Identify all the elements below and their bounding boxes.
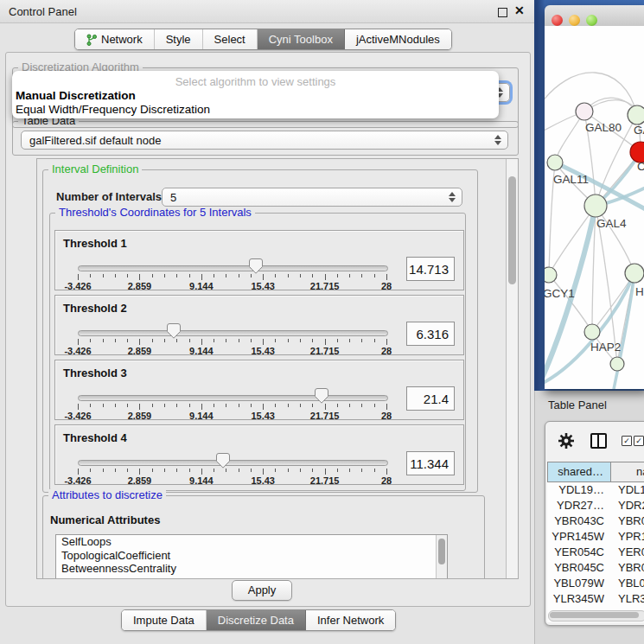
slider-tick-labels: -3.4262.8599.14415.4321.71528 <box>78 411 386 420</box>
node-label-hap2: HAP2 <box>590 341 621 354</box>
table-data-selected-value: galFiltered.sif default node <box>29 134 161 147</box>
network-graph[interactable]: GAL80GACGAL11GAL4GCY1HHAP2 <box>545 26 644 389</box>
table-row-ybr043c[interactable]: YBR043CYBR0 <box>547 513 644 529</box>
table-data-combobox[interactable]: galFiltered.sif default node <box>21 131 508 150</box>
algorithm-dropdown-popup: Select algorithm to view settings Manual… <box>12 71 499 118</box>
screen: Control Panel ✕ NetworkStyleSelectCyni T… <box>0 0 644 644</box>
threshold-value-field[interactable]: 21.4 <box>406 386 455 411</box>
slider-track[interactable] <box>78 330 388 336</box>
slider-thumb[interactable] <box>249 258 263 274</box>
attributes-group-title: Attributes to discretize <box>48 489 166 501</box>
slider-ticks <box>78 339 386 346</box>
threshold-label: Threshold 4 <box>63 431 127 444</box>
slider-thumb[interactable] <box>216 453 230 469</box>
tab-impute-data[interactable]: Impute Data <box>122 610 207 630</box>
table-row-yer054c[interactable]: YER054CYER0 <box>547 545 644 560</box>
gear-icon[interactable] <box>558 432 575 450</box>
tab-style[interactable]: Style <box>155 29 203 49</box>
cell-name: YBL0 <box>618 576 644 591</box>
settings-scrollbar[interactable] <box>506 159 518 578</box>
table-horizontal-scrollbar[interactable] <box>548 610 644 622</box>
threshold-value-field[interactable]: 6.316 <box>406 322 455 346</box>
node-node-bottom[interactable] <box>610 357 624 371</box>
table-row-ydr27-[interactable]: YDR27…YDR2 <box>547 498 644 513</box>
tab-select[interactable]: Select <box>203 29 258 49</box>
tab-network[interactable]: Network <box>75 29 155 49</box>
node-label-ga: GA <box>634 124 644 137</box>
zoom-traffic-light-icon[interactable] <box>586 15 597 26</box>
slider-tick-labels: -3.4262.8599.14415.4321.71528 <box>78 346 386 355</box>
close-traffic-light-icon[interactable] <box>552 15 563 26</box>
algorithm-dropdown-hint: Select algorithm to view settings <box>12 75 499 88</box>
threshold-panel-2: Threshold 2 -3.4262.8599.14415.4321.7152… <box>54 295 464 355</box>
thresholds-group-title: Threshold's Coordinates for 5 Intervals <box>55 207 255 219</box>
tab-discretize-data[interactable]: Discretize Data <box>207 610 306 630</box>
attribute-item-betweennesscentrality[interactable]: BetweennessCentrality <box>56 562 447 576</box>
cell-shared-name: YBL079W <box>547 576 604 591</box>
column-header-name[interactable]: na <box>611 462 644 482</box>
network-canvas[interactable]: GAL80GACGAL11GAL4GCY1HHAP2 <box>545 26 644 389</box>
control-panel-titlebar: Control Panel ✕ <box>0 0 534 23</box>
node-gal80[interactable] <box>576 103 593 120</box>
attributes-list-scrollbar[interactable] <box>436 535 447 579</box>
tab-cyni-toolbox[interactable]: Cyni Toolbox <box>258 29 345 49</box>
slider-thumb[interactable] <box>167 323 181 339</box>
control-panel-window: Control Panel ✕ NetworkStyleSelectCyni T… <box>0 0 534 644</box>
window-title: Control Panel <box>9 5 77 18</box>
checkbox-icon[interactable]: ✓ <box>634 436 644 446</box>
minimize-traffic-light-icon[interactable] <box>569 15 580 26</box>
attribute-item-selfloops[interactable]: SelfLoops <box>56 535 447 549</box>
node-hap2[interactable] <box>584 324 600 340</box>
slider-ticks <box>78 469 386 475</box>
threshold-panel-3: Threshold 3 -3.4262.8599.14415.4321.7152… <box>54 360 464 420</box>
cell-name: YDR2 <box>618 498 644 513</box>
table-row-ypr145w[interactable]: YPR145WYPR1 <box>547 529 644 545</box>
node-label-gal11: GAL11 <box>553 173 589 186</box>
cell-name: YER0 <box>618 545 644 560</box>
slider-ticks <box>78 274 386 281</box>
threshold-label: Threshold 1 <box>63 237 127 250</box>
close-icon[interactable]: ✕ <box>514 3 525 17</box>
settings-scrollbar-thumb[interactable] <box>508 176 516 284</box>
node-label-gal80: GAL80 <box>585 121 622 134</box>
table-row-ydl19-[interactable]: YDL19…YDL1 <box>547 482 644 498</box>
slider-thumb[interactable] <box>315 388 328 404</box>
threshold-value-field[interactable]: 11.344 <box>406 451 455 475</box>
cell-shared-name: YER054C <box>547 545 604 560</box>
table-header-row: shared… na <box>547 462 644 482</box>
node-gal11[interactable] <box>547 155 563 170</box>
threshold-value-field[interactable]: 14.713 <box>406 257 455 281</box>
checkbox-icon[interactable]: ✓ <box>622 436 632 446</box>
dropdown-option-manual-discretization[interactable]: Manual Discretization <box>14 89 496 102</box>
network-icon <box>86 34 97 46</box>
tab-label: Select <box>214 33 245 46</box>
cell-name: YDL1 <box>618 482 644 498</box>
node-gcy1[interactable] <box>545 267 557 283</box>
slider-track[interactable] <box>78 395 388 401</box>
slider-track[interactable] <box>78 265 388 271</box>
split-panel-icon[interactable] <box>590 433 607 449</box>
table-row-ybr045c[interactable]: YBR045CYBR0 <box>547 560 644 576</box>
node-node-top-right[interactable] <box>628 105 644 124</box>
table-row-ybl079w[interactable]: YBL079WYBL0 <box>547 576 644 591</box>
combo-arrows-icon <box>449 192 456 202</box>
table-row-ylr345w[interactable]: YLR345WYLR3 <box>547 591 644 607</box>
dropdown-option-equal-width-frequency[interactable]: Equal Width/Frequency Discretization <box>14 103 496 116</box>
number-of-intervals-combobox[interactable]: 5 <box>162 188 462 207</box>
minimize-icon[interactable] <box>498 8 507 17</box>
tab-jactivemnodules[interactable]: jActiveMNodules <box>345 29 451 49</box>
tab-label: Impute Data <box>133 614 194 627</box>
slider-tick-labels: -3.4262.8599.14415.4321.71528 <box>78 281 386 290</box>
settings-scroll-viewport: Interval Definition Number of Intervals … <box>36 158 519 579</box>
numerical-attributes-list[interactable]: SelfLoopsTopologicalCoefficientBetweenne… <box>55 534 448 579</box>
attributes-scrollbar-thumb[interactable] <box>438 539 445 564</box>
attribute-item-topologicalcoefficient[interactable]: TopologicalCoefficient <box>56 549 447 563</box>
node-node-right[interactable] <box>625 264 644 283</box>
node-gal4[interactable] <box>584 194 607 217</box>
slider-track[interactable] <box>78 460 388 466</box>
tab-infer-network[interactable]: Infer Network <box>306 610 395 630</box>
cell-shared-name: YDR27… <box>547 498 604 513</box>
apply-button[interactable]: Apply <box>232 580 292 601</box>
column-header-shared-name[interactable]: shared… <box>547 462 611 482</box>
table-hscrollbar-thumb[interactable] <box>550 612 639 618</box>
